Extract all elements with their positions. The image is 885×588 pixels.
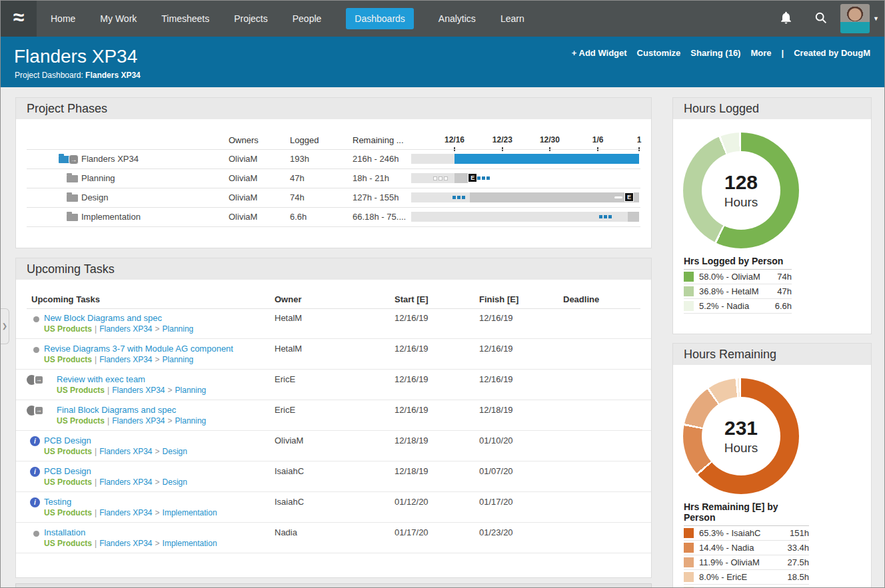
header-action-customize[interactable]: Customize [637, 48, 681, 58]
gantt-segment-light [411, 154, 454, 164]
task-start-date: 12/16/19 [395, 405, 429, 415]
nav-item-my-work[interactable]: My Work [100, 13, 137, 24]
page-subtitle: Project Dashboard: Flanders XP34 [15, 71, 141, 80]
breadcrumb-project-link[interactable]: US Products [57, 386, 105, 395]
gantt-progress-dots-icon [477, 176, 490, 180]
header-action-sharing-16[interactable]: Sharing (16) [690, 48, 740, 58]
task-title-link[interactable]: Review with exec team [57, 374, 145, 384]
user-avatar[interactable] [840, 4, 870, 33]
breadcrumb-link-planning[interactable]: Planning [163, 324, 194, 334]
breadcrumb-link-flanders-xp34[interactable]: Flanders XP34 [99, 447, 152, 456]
notifications-bell-icon[interactable] [768, 11, 803, 27]
breadcrumb-link-planning[interactable]: Planning [175, 386, 207, 395]
breadcrumb-project-link[interactable]: US Products [44, 324, 92, 334]
tasks-col-deadline: Deadline [563, 294, 599, 304]
task-title-link[interactable]: PCB Design [44, 466, 91, 476]
nav-item-projects[interactable]: Projects [234, 13, 268, 24]
gantt-segment-med [470, 192, 639, 202]
breadcrumb-project-link[interactable]: US Products [57, 416, 105, 426]
legend-row-36-8-hetalm: 36.8% - HetalM47h [684, 284, 792, 299]
breadcrumb-link-flanders-xp34[interactable]: Flanders XP34 [99, 508, 152, 517]
legend-label: 8.0% - EricE [699, 572, 787, 582]
app-logo[interactable]: ≈ [1, 1, 37, 37]
legend-swatch [684, 557, 694, 567]
task-title-link[interactable]: Revise Diagrams 3-7 with Module AG compo… [44, 344, 233, 354]
breadcrumb-link-flanders-xp34[interactable]: Flanders XP34 [99, 324, 152, 334]
logo-glyph: ≈ [13, 6, 24, 28]
task-breadcrumb: US Products|Flanders XP34>Planning [44, 324, 193, 334]
tasks-col-upcoming-tasks: Upcoming Tasks [31, 294, 100, 304]
header-action-add-widget[interactable]: + Add Widget [572, 48, 627, 58]
gantt-segment-med [454, 173, 468, 183]
task-start-date: 12/16/19 [395, 344, 429, 354]
hours-logged-unit: Hours [724, 195, 758, 210]
nav-item-home[interactable]: Home [51, 13, 75, 24]
breadcrumb-link-implementation[interactable]: Implementation [163, 508, 217, 517]
legend-row-5-2-nadia: 5.2% - Nadia6.6h [684, 299, 792, 314]
task-owner: HetalM [275, 344, 302, 354]
hours-logged-legend: Hrs Logged by Person 58.0% - OliviaM74h3… [684, 256, 792, 314]
breadcrumb-link-design[interactable]: Design [163, 477, 187, 487]
hours-remaining-unit: Hours [724, 441, 758, 455]
breadcrumb-link-flanders-xp34[interactable]: Flanders XP34 [99, 355, 152, 364]
breadcrumb-link-flanders-xp34[interactable]: Flanders XP34 [112, 416, 165, 426]
breadcrumb-link-flanders-xp34[interactable]: Flanders XP34 [112, 386, 165, 395]
hours-logged-widget-title: Hours Logged [673, 98, 871, 119]
breadcrumb-arrow: > [153, 355, 163, 364]
nav-item-learn[interactable]: Learn [500, 13, 524, 24]
hours-logged-widget: Hours Logged 128 Hours Hrs Logged by Per… [672, 97, 872, 334]
nav-item-timesheets[interactable]: Timesheets [161, 13, 209, 24]
header-action-more[interactable]: More [750, 48, 771, 58]
task-row-pcb-design: iPCB DesignUS Products|Flanders XP34>Des… [16, 461, 651, 492]
task-dot-icon [33, 347, 39, 353]
task-title-link[interactable]: Testing [44, 497, 71, 507]
nav-item-people[interactable]: People [293, 13, 322, 24]
breadcrumb-link-planning[interactable]: Planning [175, 416, 207, 426]
legend-row-58-0-oliviam: 58.0% - OliviaM74h [684, 270, 792, 284]
phase-remaining: 216h - 246h [353, 149, 399, 168]
task-owner: EricE [275, 405, 295, 415]
task-row-installation: InstallationUS Products|Flanders XP34>Im… [16, 523, 651, 553]
phases-row-separator [27, 226, 640, 227]
breadcrumb-separator: | [105, 416, 112, 426]
breadcrumb-project-link[interactable]: US Products [44, 447, 92, 456]
breadcrumb-project-link[interactable]: US Products [44, 477, 92, 487]
breadcrumb-project-link[interactable]: US Products [44, 355, 92, 364]
task-owner: OliviaM [275, 436, 303, 445]
task-breadcrumb: US Products|Flanders XP34>Planning [57, 416, 206, 426]
legend-label: 58.0% - OliviaM [699, 272, 777, 282]
nav-item-analytics[interactable]: Analytics [439, 13, 476, 24]
gantt-bar-area [411, 212, 639, 222]
left-drawer-expand-tab[interactable]: ❯ [1, 308, 9, 344]
task-title-link[interactable]: PCB Design [44, 436, 91, 445]
page-title: Flanders XP34 [14, 46, 137, 67]
phase-name-link[interactable]: Planning [81, 168, 115, 188]
breadcrumb-link-planning[interactable]: Planning [163, 355, 194, 364]
user-menu-caret-icon[interactable]: ▼ [873, 15, 879, 22]
phase-name-link[interactable]: Flanders XP34 [81, 149, 139, 168]
nav-item-dashboards[interactable]: Dashboards [346, 8, 414, 29]
breadcrumb-arrow: > [153, 447, 163, 456]
project-phases-widget: Project Phases OwnersLoggedRemaining ...… [15, 97, 652, 248]
upcoming-tasks-widget-title: Upcoming Tasks [16, 258, 651, 280]
phase-name-link[interactable]: Implementation [81, 207, 141, 226]
breadcrumb-separator: | [92, 539, 99, 548]
search-icon[interactable] [803, 11, 838, 27]
gantt-bar-area [411, 154, 639, 164]
task-row-revise-diagrams-3-7-with-module-ag-component: Revise Diagrams 3-7 with Module AG compo… [16, 339, 651, 370]
breadcrumb-project-link[interactable]: US Products [44, 539, 92, 548]
legend-value: 151h [790, 528, 809, 538]
phase-name-link[interactable]: Design [81, 188, 108, 207]
task-info-icon: i [30, 467, 40, 477]
breadcrumb-link-design[interactable]: Design [163, 447, 187, 456]
phase-remaining: 18h - 21h [353, 168, 389, 188]
breadcrumb-project-link[interactable]: US Products [44, 508, 92, 517]
active-arrow-icon: → [34, 375, 44, 385]
breadcrumb-link-flanders-xp34[interactable]: Flanders XP34 [99, 539, 152, 548]
breadcrumb-link-implementation[interactable]: Implementation [163, 539, 217, 548]
task-title-link[interactable]: Final Block Diagrams and spec [57, 405, 176, 415]
breadcrumb-link-flanders-xp34[interactable]: Flanders XP34 [99, 477, 152, 487]
task-title-link[interactable]: New Block Diagrams and spec [44, 313, 162, 323]
subtitle-value: Flanders XP34 [85, 71, 141, 80]
task-title-link[interactable]: Installation [44, 527, 85, 537]
